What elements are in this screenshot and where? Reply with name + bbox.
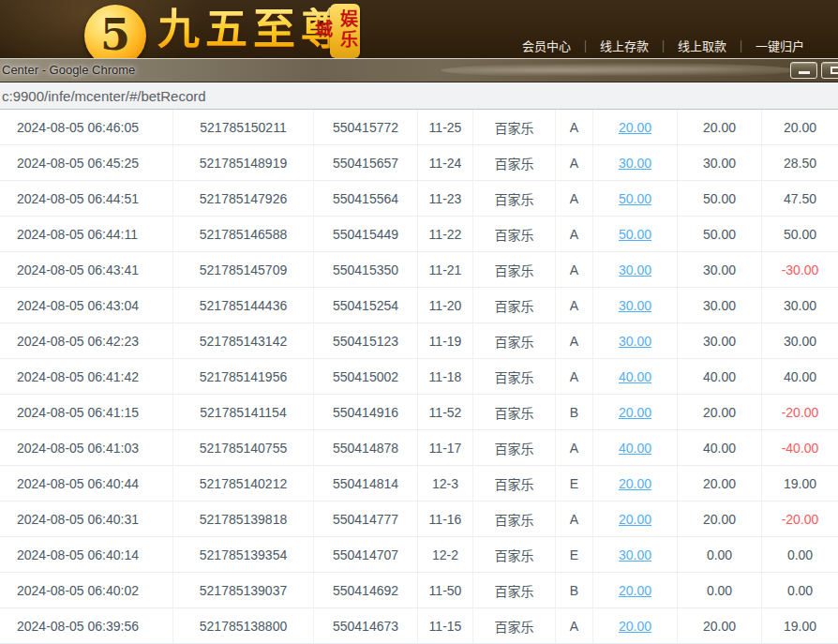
cell-seat: A xyxy=(556,359,593,395)
top-nav: 会员中心｜线上存款｜线上取款｜一键归户 xyxy=(522,37,804,54)
window-minimize-button[interactable] xyxy=(790,62,817,79)
nav-one-key-transfer[interactable]: 一键归户 xyxy=(756,39,804,53)
cell-seat: A xyxy=(556,608,593,644)
bet-amount-link[interactable]: 50.00 xyxy=(619,191,651,206)
cell-bet-id: 521785148919 xyxy=(173,145,314,181)
bet-amount-link[interactable]: 30.00 xyxy=(619,262,651,277)
bet-amount-link[interactable]: 20.00 xyxy=(619,619,651,634)
cell-table-no: 11-50 xyxy=(418,573,473,608)
cell-bet-id: 521785140755 xyxy=(173,430,314,466)
cell-table-no: 11-24 xyxy=(418,145,473,181)
cell-seat: B xyxy=(556,395,593,430)
cell-valid-amount: 30.00 xyxy=(678,145,762,181)
bet-amount-link[interactable]: 50.00 xyxy=(619,227,651,242)
cell-bet-id: 521785143142 xyxy=(173,323,314,359)
cell-bet-time: 2024-08-05 06:45:25 xyxy=(0,145,173,181)
cell-round-id: 550415772 xyxy=(314,110,418,145)
nav-separator: ｜ xyxy=(579,39,591,53)
bet-amount-link[interactable]: 30.00 xyxy=(619,547,651,562)
table-row: 2024-08-05 06:43:41 521785145709 5504153… xyxy=(0,252,838,288)
bet-amount-link[interactable]: 20.00 xyxy=(619,512,651,527)
cell-table-no: 12-2 xyxy=(418,537,473,573)
cell-round-id: 550415564 xyxy=(314,181,418,217)
cell-valid-amount: 50.00 xyxy=(678,181,762,217)
cell-game-name: 百家乐 xyxy=(473,110,556,145)
cell-result: 47.50 xyxy=(762,181,838,217)
window-title: Center - Google Chrome xyxy=(2,63,135,77)
cell-valid-amount: 30.00 xyxy=(678,252,762,288)
address-bar[interactable]: c:9900/infe/mcenter/#/betRecord xyxy=(0,82,838,110)
table-row: 2024-08-05 06:44:11 521785146588 5504154… xyxy=(0,217,838,252)
cell-valid-amount: 50.00 xyxy=(678,217,762,252)
cell-bet-time: 2024-08-05 06:44:11 xyxy=(0,217,173,252)
cell-valid-amount: 40.00 xyxy=(678,430,762,466)
cell-bet-amount: 20.00 xyxy=(593,466,678,502)
cell-bet-amount: 30.00 xyxy=(593,323,678,359)
cell-table-no: 11-21 xyxy=(418,252,473,288)
cell-bet-amount: 40.00 xyxy=(593,359,678,395)
window-titlebar[interactable]: Center - Google Chrome xyxy=(0,58,838,82)
nav-online-deposit[interactable]: 线上存款 xyxy=(600,39,649,53)
bet-amount-link[interactable]: 20.00 xyxy=(619,405,651,420)
cell-bet-time: 2024-08-05 06:40:02 xyxy=(0,573,173,608)
cell-game-name: 百家乐 xyxy=(473,288,556,323)
cell-round-id: 550415002 xyxy=(314,359,418,395)
bet-amount-link[interactable]: 30.00 xyxy=(619,298,651,313)
cell-result: 50.00 xyxy=(762,217,838,252)
cell-result: 28.50 xyxy=(762,145,838,181)
cell-seat: B xyxy=(556,573,593,608)
bet-amount-link[interactable]: 30.00 xyxy=(619,156,651,171)
cell-game-name: 百家乐 xyxy=(473,502,556,537)
bet-amount-link[interactable]: 20.00 xyxy=(619,476,651,491)
window-maximize-button[interactable] xyxy=(821,62,838,79)
cell-bet-time: 2024-08-05 06:46:05 xyxy=(0,110,173,145)
cell-bet-id: 521785145709 xyxy=(173,252,314,288)
cell-table-no: 11-16 xyxy=(418,502,473,537)
cell-bet-time: 2024-08-05 06:42:23 xyxy=(0,323,173,359)
nav-online-withdraw[interactable]: 线上取款 xyxy=(678,39,726,53)
cell-result: 0.00 xyxy=(762,537,838,573)
cell-table-no: 11-52 xyxy=(418,395,473,430)
table-row: 2024-08-05 06:41:15 521785141154 5504149… xyxy=(0,395,838,430)
cell-round-id: 550414692 xyxy=(314,573,418,608)
cell-game-name: 百家乐 xyxy=(473,217,556,252)
cell-round-id: 550415657 xyxy=(314,145,418,181)
site-logo[interactable]: 5 xyxy=(84,5,146,58)
cell-valid-amount: 20.00 xyxy=(678,395,762,430)
cell-seat: A xyxy=(556,252,593,288)
cell-bet-id: 521785139037 xyxy=(173,573,314,608)
cell-result: -30.00 xyxy=(762,252,838,288)
cell-bet-id: 521785147926 xyxy=(173,181,314,217)
cell-valid-amount: 20.00 xyxy=(678,110,762,145)
cell-round-id: 550415254 xyxy=(314,288,418,323)
bet-amount-link[interactable]: 20.00 xyxy=(619,583,651,598)
cell-result: 30.00 xyxy=(762,323,838,359)
nav-member-center[interactable]: 会员中心 xyxy=(522,39,571,53)
cell-game-name: 百家乐 xyxy=(473,466,556,502)
cell-round-id: 550414777 xyxy=(314,502,418,537)
cell-round-id: 550415123 xyxy=(314,323,418,359)
cell-bet-amount: 50.00 xyxy=(593,181,678,217)
cell-seat: A xyxy=(556,110,593,145)
bet-amount-link[interactable]: 20.00 xyxy=(619,120,651,135)
bet-amount-link[interactable]: 30.00 xyxy=(619,334,651,349)
table-row: 2024-08-05 06:46:05 521785150211 5504157… xyxy=(0,110,838,145)
cell-round-id: 550414673 xyxy=(314,608,418,644)
cell-bet-amount: 20.00 xyxy=(593,110,678,145)
cell-bet-amount: 30.00 xyxy=(593,537,678,573)
cell-game-name: 百家乐 xyxy=(473,323,556,359)
cell-result: 20.00 xyxy=(762,110,838,145)
cell-bet-time: 2024-08-05 06:41:42 xyxy=(0,359,173,395)
table-row: 2024-08-05 06:42:23 521785143142 5504151… xyxy=(0,323,838,359)
cell-bet-id: 521785138800 xyxy=(173,608,314,644)
bet-amount-link[interactable]: 40.00 xyxy=(619,441,651,456)
cell-bet-id: 521785144436 xyxy=(173,288,314,323)
cell-game-name: 百家乐 xyxy=(473,252,556,288)
bet-record-table: 2024-08-05 06:46:05 521785150211 5504157… xyxy=(0,110,838,644)
cell-bet-amount: 30.00 xyxy=(593,145,678,181)
cell-result: 30.00 xyxy=(762,288,838,323)
cell-result: 40.00 xyxy=(762,359,838,395)
bet-amount-link[interactable]: 40.00 xyxy=(619,369,651,384)
minimize-icon xyxy=(799,71,810,74)
table-row: 2024-08-05 06:40:14 521785139354 5504147… xyxy=(0,537,838,573)
